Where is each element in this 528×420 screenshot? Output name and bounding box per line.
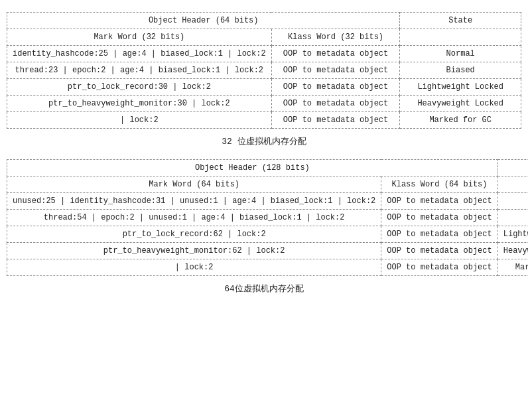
klass-word-label-32: Klass Word (32 bits) — [271, 29, 400, 46]
table-row: ptr_to_heavyweight_monitor:62 | lock:2 O… — [7, 243, 529, 259]
mark-cell: ptr_to_lock_record:30 | lock:2 — [7, 79, 272, 96]
table-row: unused:25 | identity_hashcode:31 | unuse… — [7, 193, 529, 210]
mark-cell: unused:25 | identity_hashcode:31 | unuse… — [7, 193, 381, 210]
mark-word-label-64: Mark Word (64 bits) — [7, 176, 381, 193]
mark-cell: thread:54 | epoch:2 | unused:1 | age:4 |… — [7, 210, 381, 226]
klass-cell: OOP to metadata object — [271, 112, 400, 129]
klass-cell: OOP to metadata object — [381, 210, 497, 226]
table-row: thread:54 | epoch:2 | unused:1 | age:4 |… — [7, 210, 529, 226]
state-cell: Marked for GC — [497, 259, 528, 276]
table-row: thread:23 | epoch:2 | age:4 | biased_loc… — [7, 62, 521, 79]
state-cell: Heavyweight Locked — [400, 96, 521, 112]
klass-cell: OOP to metadata object — [271, 96, 400, 112]
header-row-64: Object Header (128 bits) State — [7, 160, 529, 176]
klass-word-label-64: Klass Word (64 bits) — [381, 176, 497, 193]
table-row: | lock:2 OOP to metadata object Marked f… — [7, 112, 521, 129]
table-row: | lock:2 OOP to metadata object Marked f… — [7, 259, 529, 276]
section-32bit: Object Header (64 bits) State Mark Word … — [7, 12, 521, 147]
table-row: ptr_to_lock_record:30 | lock:2 OOP to me… — [7, 79, 521, 96]
subheader-row-32: Mark Word (32 bits) Klass Word (32 bits) — [7, 29, 521, 46]
state-cell: Marked for GC — [400, 112, 521, 129]
state-cell: Biased — [400, 62, 521, 79]
object-header-label-32: Object Header (64 bits) — [7, 13, 400, 29]
state-cell: Normal — [497, 193, 528, 210]
table-row: ptr_to_lock_record:62 | lock:2 OOP to me… — [7, 226, 529, 243]
subheader-row-64: Mark Word (64 bits) Klass Word (64 bits) — [7, 176, 529, 193]
mark-cell: thread:23 | epoch:2 | age:4 | biased_loc… — [7, 62, 272, 79]
table-row: ptr_to_heavyweight_monitor:30 | lock:2 O… — [7, 96, 521, 112]
state-cell: Heavyweight Locked — [497, 243, 528, 259]
table-row: identity_hashcode:25 | age:4 | biased_lo… — [7, 46, 521, 62]
klass-cell: OOP to metadata object — [381, 226, 497, 243]
table-64bit: Object Header (128 bits) State Mark Word… — [7, 159, 528, 276]
mark-cell: ptr_to_heavyweight_monitor:30 | lock:2 — [7, 96, 272, 112]
state-header-label-32: State — [400, 13, 521, 29]
mark-cell: identity_hashcode:25 | age:4 | biased_lo… — [7, 46, 272, 62]
klass-cell: OOP to metadata object — [271, 62, 400, 79]
caption-64bit: 64位虚拟机内存分配 — [7, 283, 521, 295]
header-row-32: Object Header (64 bits) State — [7, 13, 521, 29]
state-header-label-64: State — [497, 160, 528, 176]
mark-cell: ptr_to_lock_record:62 | lock:2 — [7, 226, 381, 243]
mark-cell: | lock:2 — [7, 112, 272, 129]
state-cell: Biased — [497, 210, 528, 226]
state-cell: Lightweight Locked — [497, 226, 528, 243]
table-32bit: Object Header (64 bits) State Mark Word … — [7, 12, 521, 129]
object-header-label-64: Object Header (128 bits) — [7, 160, 498, 176]
mark-cell: | lock:2 — [7, 259, 381, 276]
caption-32bit: 32 位虚拟机内存分配 — [7, 135, 521, 147]
klass-cell: OOP to metadata object — [381, 193, 497, 210]
klass-cell: OOP to metadata object — [381, 259, 497, 276]
klass-cell: OOP to metadata object — [271, 79, 400, 96]
state-cell: Normal — [400, 46, 521, 62]
klass-cell: OOP to metadata object — [381, 243, 497, 259]
klass-cell: OOP to metadata object — [271, 46, 400, 62]
mark-cell: ptr_to_heavyweight_monitor:62 | lock:2 — [7, 243, 381, 259]
state-cell: Lightweight Locked — [400, 79, 521, 96]
section-64bit: Object Header (128 bits) State Mark Word… — [7, 159, 521, 295]
mark-word-label-32: Mark Word (32 bits) — [7, 29, 272, 46]
